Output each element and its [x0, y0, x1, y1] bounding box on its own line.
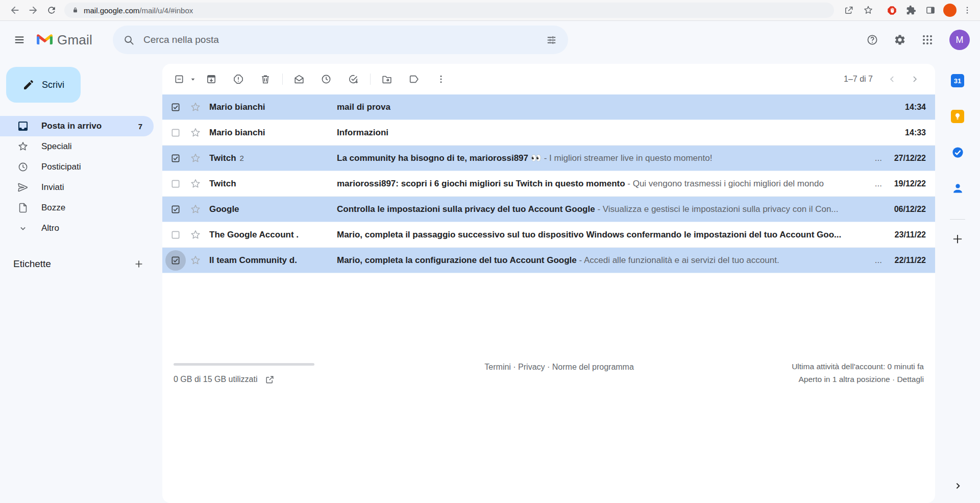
labels-header: Etichette [0, 253, 162, 275]
url-bar[interactable]: mail.google.com/mail/u/4/#inbox [64, 3, 834, 18]
star-icon [17, 140, 29, 153]
sidebar-item[interactable]: Posticipati [0, 157, 154, 177]
star-icon[interactable] [190, 204, 201, 215]
help-button[interactable] [861, 28, 884, 52]
share-button[interactable] [840, 2, 857, 19]
sidebar-item-label: Bozze [41, 203, 142, 213]
search-input[interactable] [141, 34, 540, 45]
email-subject: Informazioni [337, 128, 388, 137]
select-all-checkbox[interactable] [170, 68, 188, 90]
add-to-tasks-button[interactable] [342, 68, 364, 90]
adblock-extension-icon[interactable] [883, 2, 900, 19]
compose-label: Scrivi [42, 80, 64, 90]
bookmark-star-button[interactable] [860, 2, 877, 19]
delete-trash-button[interactable] [254, 68, 277, 90]
previous-page-button[interactable] [881, 68, 903, 90]
list-footer: 0 GB di 15 GB utilizzati Termini · Priva… [162, 360, 935, 386]
account-activity-line2[interactable]: Aperto in 1 altra posizione · Dettagli [792, 373, 924, 386]
thread-count: 2 [240, 154, 244, 162]
compose-button[interactable]: Scrivi [6, 67, 81, 103]
sidebar-item[interactable]: Altro [0, 218, 154, 238]
browser-toolbar: mail.google.com/mail/u/4/#inbox [0, 0, 980, 21]
labels-tag-button[interactable] [403, 68, 425, 90]
archive-button[interactable] [200, 68, 223, 90]
search-bar [113, 26, 568, 54]
email-checkbox[interactable] [170, 179, 181, 189]
email-checkbox[interactable] [170, 255, 181, 266]
email-subject: Mario, completa la configurazione del tu… [337, 255, 577, 265]
browser-reload-button[interactable] [43, 2, 60, 19]
calendar-icon[interactable]: 31 [935, 63, 980, 99]
side-panel-button[interactable] [922, 2, 939, 19]
toolbar-divider [370, 74, 371, 85]
report-spam-button[interactable] [227, 68, 250, 90]
email-date: 06/12/22 [889, 205, 926, 214]
settings-gear-button[interactable] [888, 28, 912, 52]
search-icon[interactable] [117, 28, 141, 52]
sidebar-item[interactable]: Bozze [0, 198, 154, 218]
email-sender: Twitch [209, 179, 337, 189]
email-row[interactable]: The Google Account . Mario, completa il … [162, 222, 935, 248]
pencil-icon [22, 79, 35, 91]
create-label-plus-button[interactable] [131, 256, 147, 272]
main-menu-hamburger-button[interactable] [7, 28, 32, 52]
next-page-button[interactable] [903, 68, 926, 90]
star-icon[interactable] [190, 255, 201, 266]
move-to-folder-button[interactable] [376, 68, 398, 90]
star-icon[interactable] [190, 178, 201, 189]
footer-link[interactable]: Privacy [518, 363, 545, 371]
select-dropdown-caret[interactable] [188, 68, 198, 90]
snooze-clock-button[interactable] [315, 68, 337, 90]
browser-back-button[interactable] [6, 2, 23, 19]
mail-list-panel: 1–7 di 7 Mario bianchi mail di prova 14:… [162, 64, 935, 503]
extensions-puzzle-icon[interactable] [902, 2, 920, 19]
gmail-logo[interactable]: Gmail [37, 32, 92, 48]
more-options-button[interactable] [430, 68, 452, 90]
keep-icon[interactable] [935, 99, 980, 134]
footer-link[interactable]: Norme del programma [552, 363, 634, 371]
email-checkbox[interactable] [170, 128, 181, 138]
show-side-panel-button[interactable] [947, 475, 968, 496]
email-checkbox[interactable] [170, 230, 181, 240]
email-row[interactable]: Twitch2 La community ha bisogno di te, m… [162, 146, 935, 171]
email-row[interactable]: Mario bianchi Informazioni 14:33 [162, 120, 935, 146]
gmail-m-icon [37, 34, 53, 46]
toolbar-divider [282, 74, 283, 85]
labels-heading: Etichette [13, 258, 131, 270]
email-date: 23/11/22 [889, 230, 926, 239]
email-date: 14:33 [889, 128, 926, 137]
google-apps-grid-button[interactable] [916, 28, 939, 52]
get-addons-button[interactable] [935, 225, 980, 253]
star-icon[interactable] [190, 127, 201, 138]
email-row[interactable]: Il team Community d. Mario, completa la … [162, 248, 935, 273]
sidebar-item[interactable]: Speciali [0, 136, 154, 157]
email-row[interactable]: Mario bianchi mail di prova 14:34 [162, 94, 935, 120]
star-icon[interactable] [190, 102, 201, 113]
footer-link[interactable]: Termini [484, 363, 511, 371]
browser-menu-button[interactable] [961, 2, 974, 19]
email-checkbox[interactable] [170, 102, 181, 112]
browser-profile-avatar[interactable] [943, 4, 957, 17]
search-filter-tune-button[interactable] [540, 28, 564, 52]
sidebar-item[interactable]: Posta in arrivo 7 [0, 116, 154, 136]
email-subject: La community ha bisogno di te, marioross… [337, 153, 542, 163]
email-checkbox[interactable] [170, 153, 181, 163]
pagination-label: 1–7 di 7 [844, 75, 873, 84]
open-in-new-icon[interactable] [264, 373, 276, 386]
email-subject-snippet: mariorossi897: scopri i 6 giochi miglior… [337, 179, 868, 189]
star-icon[interactable] [190, 153, 201, 164]
email-subject: Controlla le impostazioni sulla privacy … [337, 204, 595, 214]
email-row[interactable]: Twitch mariorossi897: scopri i 6 giochi … [162, 171, 935, 197]
account-avatar[interactable]: M [949, 30, 970, 50]
mark-as-read-button[interactable] [288, 68, 310, 90]
rail-divider [950, 219, 965, 220]
contacts-icon[interactable] [935, 170, 980, 206]
email-checkbox[interactable] [170, 204, 181, 214]
email-date: 14:34 [889, 103, 926, 112]
tasks-icon[interactable] [935, 134, 980, 170]
email-list: Mario bianchi mail di prova 14:34 Mario … [162, 94, 935, 273]
email-row[interactable]: Google Controlla le impostazioni sulla p… [162, 197, 935, 222]
sidebar-item[interactable]: Inviati [0, 177, 154, 198]
browser-forward-button[interactable] [24, 2, 42, 19]
star-icon[interactable] [190, 229, 201, 241]
